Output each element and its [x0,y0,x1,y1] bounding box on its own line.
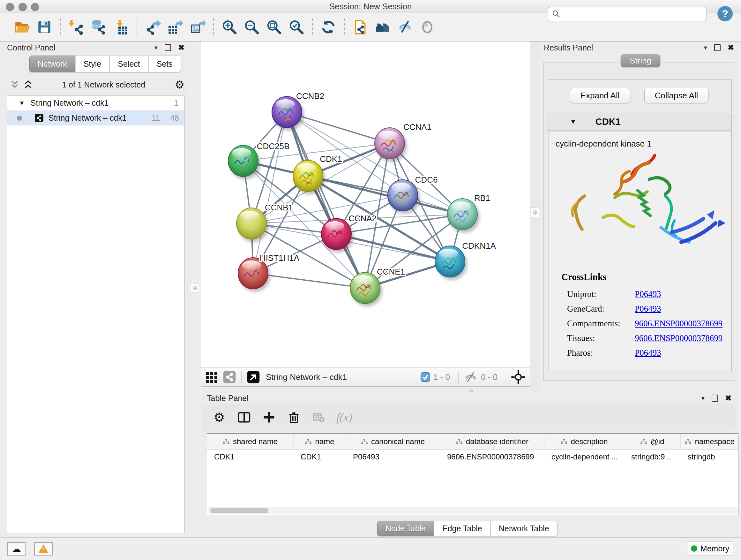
import-network-icon[interactable] [65,15,87,39]
table-cell[interactable]: cyclin-dependent ... [544,449,624,464]
left-divider-grip[interactable] [191,283,199,293]
save-session-icon[interactable] [33,15,56,39]
table-panel-float-icon[interactable] [712,395,718,401]
table-panel-close-icon[interactable]: ✖ [725,394,731,402]
zoom-selected-icon[interactable] [285,15,308,39]
node-CCNA1[interactable] [375,128,407,162]
zoom-out-icon[interactable] [241,15,263,39]
network-options-gear-icon[interactable]: ⚙ [175,79,185,90]
crosslink-label: Tissues: [561,331,635,346]
control-panel-close-icon[interactable]: ✖ [178,43,185,52]
zoom-fit-icon[interactable] [263,15,285,39]
table-cell[interactable]: CDK1 [293,449,346,464]
node-CCNB2[interactable] [272,97,304,131]
export-table-icon[interactable] [164,15,186,39]
network-file-share-icon[interactable] [349,15,372,39]
gene-section-header[interactable]: ▼ CDK1 [547,113,731,131]
import-table-icon[interactable] [110,15,132,39]
left-panel-divider[interactable] [189,42,201,537]
selected-checkbox-icon[interactable] [421,372,430,382]
table-row[interactable]: CDK1CDK1P064939606.ENSP00000378699cyclin… [207,449,738,464]
node-CDC6[interactable] [388,180,420,214]
cloud-status-button[interactable]: ☁ [7,542,25,556]
column-header-@id[interactable]: @id [624,434,681,449]
expand-all-networks-icon[interactable] [23,80,32,89]
home-houses-icon[interactable] [372,15,394,39]
right-panel-divider[interactable] [530,42,540,392]
table-cell[interactable]: stringdb:9... [624,449,681,464]
node-CCNE1[interactable] [350,272,382,307]
collapse-all-button[interactable]: Collapse All [644,88,709,103]
table-cell[interactable]: stringdb [681,449,738,464]
results-panel-float-icon[interactable] [714,44,721,51]
network-collection-row[interactable]: ▼ String Network – cdk1 1 [7,96,184,111]
tab-style[interactable]: Style [75,56,110,72]
crosslink-link[interactable]: P06493 [635,289,661,299]
create-column-plus-icon[interactable] [262,410,276,425]
collapse-all-networks-icon[interactable] [10,80,19,89]
export-network-icon[interactable] [142,15,164,39]
birdseye-view-icon[interactable] [247,370,260,384]
share-view-icon[interactable] [223,370,236,384]
node-CDKN1A[interactable] [435,246,467,280]
results-panel-close-icon[interactable]: ✖ [728,43,734,52]
edge-CCNB2-HIST1H1A[interactable] [253,112,287,273]
gene-details-scroll-area[interactable]: ▼ CDK1 cyclin-dependent kinase 1 [547,113,732,372]
grid-view-icon[interactable] [205,371,218,383]
tab-select[interactable]: Select [110,56,148,72]
network-row-selected[interactable]: String Network – cdk1 11 48 [7,111,184,125]
crosslink-link[interactable]: P06493 [635,348,661,358]
column-header-description[interactable]: description [544,434,624,449]
help-icon[interactable]: ? [718,6,733,21]
search-box[interactable] [548,7,706,21]
table-options-gear-icon[interactable]: ⚙ [212,410,226,425]
control-panel-float-icon[interactable] [165,44,171,51]
node-HIST1H1A[interactable] [238,258,270,292]
show-graphics-icon[interactable] [416,15,439,39]
tab-network-table[interactable]: Network Table [490,521,557,536]
tab-network[interactable]: Network [29,56,75,72]
column-header-canonical-name[interactable]: canonical name [346,434,440,449]
show-columns-icon[interactable] [237,410,252,425]
node-CDK1[interactable] [293,160,325,194]
tab-string[interactable]: String [621,54,660,67]
control-panel-collapse-icon[interactable]: ▾ [154,44,158,51]
import-database-icon[interactable] [87,15,110,39]
tab-node-table[interactable]: Node Table [377,521,434,536]
results-panel-collapse-icon[interactable]: ▾ [704,44,707,51]
gene-collapse-caret-icon[interactable]: ▼ [570,118,576,125]
fit-content-crosshair-icon[interactable] [511,370,525,384]
hidden-eye-slash-icon[interactable] [464,371,478,383]
zoom-in-icon[interactable] [218,15,241,39]
search-input[interactable] [560,8,706,20]
right-divider-grip[interactable] [531,207,539,217]
hide-graphics-icon[interactable] [394,15,416,39]
table-panel-collapse-icon[interactable]: ▾ [701,394,704,402]
tab-sets[interactable]: Sets [148,56,181,72]
crosslink-link[interactable]: 9606.ENSP00000378699 [635,333,723,343]
delete-column-trash-icon[interactable] [286,410,301,425]
node-CDC25B[interactable] [228,145,260,179]
network-canvas[interactable]: CCNB2CCNA1CDC25BCDK1CDC6RB1CCNB1CCNA2CDK… [201,42,530,368]
refresh-layout-icon[interactable] [317,15,340,39]
column-header-name[interactable]: name [293,434,346,449]
scrollbar-thumb[interactable] [210,508,268,513]
node-table[interactable]: shared namenamecanonical namedatabase id… [207,433,738,515]
open-session-icon[interactable] [11,15,33,39]
table-cell[interactable]: CDK1 [207,449,293,464]
crosslink-link[interactable]: 9606.ENSP00000378699 [635,319,723,328]
column-header-database-identifier[interactable]: database identifier [440,434,544,449]
expand-all-button[interactable]: Expand All [570,88,630,103]
table-cell[interactable]: P06493 [346,449,440,464]
crosslink-link[interactable]: P06493 [635,304,661,314]
memory-button[interactable]: Memory [687,541,733,556]
export-image-icon[interactable] [186,15,209,39]
warnings-button[interactable]: ! [34,542,53,556]
node-RB1[interactable] [448,199,480,233]
column-header-namespace[interactable]: namespace [681,434,738,449]
table-cell[interactable]: 9606.ENSP00000378699 [440,449,544,464]
collection-expand-caret-icon[interactable]: ▼ [19,100,25,107]
tab-edge-table[interactable]: Edge Table [434,521,490,536]
column-header-shared-name[interactable]: shared name [207,434,293,449]
table-horizontal-scrollbar[interactable] [208,507,738,514]
